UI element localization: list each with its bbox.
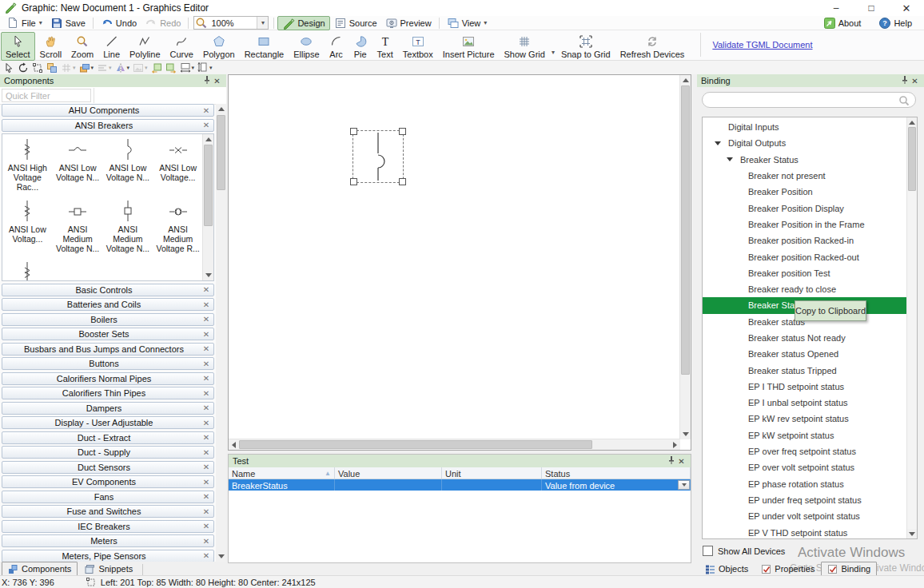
tool-text[interactable]: TText: [372, 32, 398, 61]
layers-button[interactable]: ▾: [78, 62, 95, 74]
tree-item-breaker-position-racked-out[interactable]: Breaker position Racked-out: [703, 248, 907, 264]
tree-item-ep-over-freq-setpoint-status[interactable]: EP over freq setpoint status: [703, 443, 907, 459]
category-basic-controls[interactable]: Basic Controls✕: [2, 284, 214, 296]
menu-design[interactable]: Design: [277, 16, 329, 30]
menu-help[interactable]: ?Help: [874, 17, 916, 30]
tree-item-breaker-status-not-ready[interactable]: Breaker status Not ready: [703, 330, 907, 346]
close-button[interactable]: ✕: [889, 0, 924, 16]
close-icon[interactable]: ✕: [202, 360, 210, 368]
menu-view[interactable]: View▾: [443, 17, 492, 30]
quick-filter-input[interactable]: [2, 89, 91, 102]
close-icon[interactable]: ✕: [202, 478, 210, 487]
category-buttons[interactable]: Buttons✕: [2, 357, 214, 370]
tree-item-digital-outputs[interactable]: Digital Outputs: [703, 135, 907, 151]
menu-source[interactable]: Source: [330, 17, 381, 30]
tool-ellipse[interactable]: Ellipse: [289, 32, 324, 61]
resize-width-button[interactable]: ▾: [179, 62, 196, 74]
close-icon[interactable]: ✕: [202, 285, 210, 294]
component-item[interactable]: ANSI High Voltage Rac...: [2, 135, 53, 192]
zoom-caret-icon[interactable]: ▾: [257, 17, 268, 29]
selected-breaker-symbol[interactable]: [353, 131, 403, 182]
tool-polyline[interactable]: Polyline: [125, 32, 165, 61]
category-calorifiers-normal-pipes[interactable]: Calorifiers Normal Pipes✕: [2, 372, 214, 385]
tree-item-ep-v-thd-setpoint-status[interactable]: EP V THD setpoint status: [703, 524, 907, 539]
selection-bounds-button[interactable]: [31, 62, 44, 74]
close-icon[interactable]: ✕: [202, 551, 210, 560]
component-item[interactable]: ANSI Low Voltage N...: [103, 135, 153, 192]
pin-icon[interactable]: [201, 75, 212, 86]
close-icon[interactable]: ✕: [202, 330, 210, 339]
component-item[interactable]: ANSI Medium Voltage N...: [103, 197, 153, 253]
tree-item-ep-over-volt-setpoint-status[interactable]: EP over volt setpoint status: [703, 459, 907, 475]
close-icon[interactable]: ✕: [202, 121, 210, 129]
tree-item-breaker-position-test[interactable]: Breaker position Test: [703, 265, 907, 281]
drawing-canvas[interactable]: [228, 74, 691, 451]
category-booster-sets[interactable]: Booster Sets✕: [2, 328, 214, 340]
close-icon[interactable]: ✕: [202, 492, 210, 501]
category-busbars-and-bus-jumps-and-connectors[interactable]: Busbars and Bus Jumps and Connectors✕: [2, 343, 214, 356]
menu-redo[interactable]: Redo: [141, 17, 185, 30]
tool-pie[interactable]: Pie: [348, 32, 372, 61]
category-boilers[interactable]: Boilers✕: [2, 313, 214, 326]
components-scrollbar[interactable]: [216, 104, 226, 562]
canvas-horizontal-scrollbar[interactable]: [229, 439, 680, 450]
category-fuse-and-switches[interactable]: Fuse and Switches✕: [2, 505, 214, 518]
component-item[interactable]: ANSI Low Voltag...: [2, 197, 53, 253]
tree-item-breaker-ready-to-close[interactable]: Breaker ready to close: [703, 281, 907, 297]
tree-item-ep-i-unbal-setpoint-status[interactable]: EP I unbal setpoint status: [703, 395, 907, 411]
tool-curve[interactable]: Curve: [165, 32, 198, 61]
close-icon[interactable]: ✕: [202, 522, 210, 530]
menu-file[interactable]: File▾: [2, 17, 46, 30]
tab-objects[interactable]: Objects: [699, 562, 755, 576]
expander-icon[interactable]: [715, 141, 721, 145]
category-display-user-adjustable[interactable]: Display - User Adjustable✕: [2, 416, 214, 429]
component-item[interactable]: ANSI Low Voltage N...: [53, 135, 103, 192]
tab-components[interactable]: Components: [2, 562, 78, 576]
tree-item-breaker-status[interactable]: Breaker Status: [703, 152, 907, 168]
tool-zoom[interactable]: Zoom: [66, 32, 98, 61]
canvas-vertical-scrollbar[interactable]: [679, 75, 691, 439]
category-meters-pipe-sensors[interactable]: Meters, Pipe Sensors✕: [2, 550, 214, 562]
close-icon[interactable]: ✕: [202, 315, 210, 324]
column-header-unit[interactable]: Unit: [442, 467, 542, 479]
ansi-list-scrollbar[interactable]: [202, 134, 213, 280]
close-icon[interactable]: ✕: [202, 537, 210, 546]
close-icon[interactable]: ✕: [202, 344, 210, 353]
component-item[interactable]: ANSI Medium Voltage R...: [153, 197, 203, 253]
grid-options-caret[interactable]: ▾: [550, 49, 556, 56]
category-ansi-breakers[interactable]: ANSI Breakers✕: [2, 119, 214, 132]
tool-insert-picture[interactable]: Insert Picture: [438, 32, 500, 61]
category-ahu-components[interactable]: AHU Components✕: [2, 104, 214, 117]
category-meters[interactable]: Meters✕: [2, 534, 214, 547]
close-icon[interactable]: ✕: [202, 433, 210, 442]
close-icon[interactable]: ✕: [202, 463, 210, 471]
resize-handle-sw[interactable]: [350, 178, 357, 185]
selection-rectangle[interactable]: [352, 130, 404, 183]
close-icon[interactable]: ✕: [202, 507, 210, 516]
tool-select[interactable]: Select: [1, 32, 35, 61]
component-item[interactable]: ANSI Medium Voltage N...: [53, 197, 103, 253]
category-duct-supply[interactable]: Duct - Supply✕: [2, 446, 214, 459]
menu-about[interactable]: About: [819, 17, 866, 30]
close-icon[interactable]: ✕: [202, 403, 210, 412]
menu-save[interactable]: Save: [46, 17, 90, 30]
flip-button[interactable]: ▾: [114, 62, 131, 74]
column-header-status[interactable]: Status: [542, 467, 691, 479]
category-ev-components[interactable]: EV Components✕: [2, 475, 214, 488]
menu-preview[interactable]: Preview: [381, 17, 436, 30]
tool-refresh-devices[interactable]: Refresh Devices: [615, 32, 690, 61]
category-duct-sensors[interactable]: Duct Sensors✕: [2, 461, 214, 474]
component-item[interactable]: ANSI Low Voltage...: [153, 135, 203, 192]
status-dropdown-button[interactable]: [678, 480, 690, 490]
close-icon[interactable]: ✕: [910, 77, 920, 85]
tree-item-ep-kw-setpoint-status[interactable]: EP kW setpoint status: [703, 427, 907, 443]
pointer-button[interactable]: [2, 62, 15, 74]
tree-item-digital-inputs[interactable]: Digital Inputs: [703, 119, 907, 135]
close-icon[interactable]: ✕: [212, 77, 222, 85]
tool-textbox[interactable]: TTextbox: [398, 32, 438, 61]
close-icon[interactable]: ✕: [202, 389, 210, 398]
maximize-button[interactable]: □: [854, 0, 889, 16]
close-icon[interactable]: ✕: [202, 300, 210, 309]
menu-undo[interactable]: Undo: [97, 17, 141, 30]
group-button[interactable]: [46, 62, 58, 74]
